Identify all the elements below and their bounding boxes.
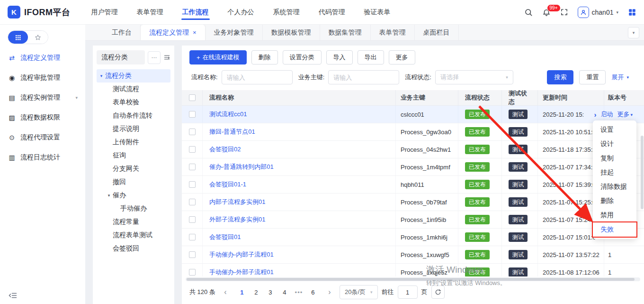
column-header[interactable]: 流程状态 bbox=[458, 90, 502, 105]
sidebar-collapse-icon[interactable] bbox=[9, 292, 17, 299]
context-menu-item[interactable]: 设计 bbox=[593, 137, 636, 151]
tree-node[interactable]: 表单校验 bbox=[97, 96, 170, 109]
row-more-button[interactable]: 更多▾ bbox=[617, 110, 633, 119]
process-name-link[interactable]: 会签驳回01-1 bbox=[209, 180, 246, 189]
search-icon[interactable] bbox=[524, 8, 533, 17]
tree-node[interactable]: 分支网关 bbox=[97, 162, 170, 175]
row-checkbox[interactable] bbox=[189, 164, 196, 170]
tab[interactable]: 桌面栏目 bbox=[415, 25, 459, 40]
row-checkbox[interactable] bbox=[189, 111, 196, 118]
row-checkbox[interactable] bbox=[189, 146, 196, 153]
process-name-link[interactable]: 会签驳回01 bbox=[209, 233, 241, 241]
process-name-link[interactable]: 会签驳回02 bbox=[209, 145, 241, 154]
process-name-link[interactable]: 测试流程cc01 bbox=[209, 110, 247, 119]
context-menu-item[interactable]: 复制 bbox=[593, 151, 636, 166]
expand-filters-link[interactable]: 展开 ▾ bbox=[611, 73, 629, 82]
context-menu-item[interactable]: 失效 bbox=[593, 222, 636, 237]
process-name-link[interactable]: 内部子流程多实例01 bbox=[209, 198, 265, 206]
process-status-select[interactable]: 请选择 ▾ bbox=[435, 70, 513, 84]
create-process-button[interactable]: + 在线流程建模 bbox=[189, 50, 247, 64]
page-number[interactable]: 3 bbox=[264, 286, 277, 299]
collapse-tree-icon[interactable] bbox=[163, 54, 170, 61]
prev-page-icon[interactable]: ‹ bbox=[219, 286, 232, 299]
tree-caret-icon[interactable]: ▾ bbox=[98, 74, 105, 78]
row-checkbox[interactable] bbox=[189, 234, 196, 240]
process-name-link[interactable]: 手动催办-内部子流程01 bbox=[209, 250, 274, 259]
topnav-item[interactable]: 个人办公 bbox=[218, 0, 264, 24]
toolbar-button[interactable]: 更多 bbox=[389, 50, 415, 64]
reset-button[interactable]: 重置 bbox=[579, 70, 606, 84]
apps-grid-icon[interactable] bbox=[628, 8, 636, 17]
tree-caret-icon[interactable]: ▾ bbox=[105, 193, 113, 198]
sidebar-item[interactable]: ⊙ 流程代理设置 ▾ bbox=[0, 128, 85, 147]
tree-node[interactable]: 撤回 bbox=[97, 175, 170, 189]
process-name-link[interactable]: 撤回-普通节点01 bbox=[209, 128, 255, 136]
user-menu[interactable]: chan01 ▾ bbox=[578, 7, 618, 18]
topnav-item[interactable]: 系统管理 bbox=[264, 0, 309, 24]
topnav-item[interactable]: 验证表单 bbox=[355, 0, 400, 24]
tree-node[interactable]: 流程表单测试 bbox=[97, 229, 170, 242]
tree-node[interactable]: 手动催办 bbox=[97, 202, 170, 215]
tab[interactable]: 表单管理 bbox=[371, 25, 415, 40]
row-checkbox[interactable] bbox=[189, 216, 196, 223]
context-menu-item[interactable]: 设置 bbox=[593, 123, 636, 137]
tree-node[interactable]: ▾ 催办 bbox=[97, 189, 170, 202]
category-more-button[interactable]: ··· bbox=[148, 51, 161, 64]
process-name-input[interactable] bbox=[222, 70, 293, 84]
toolbar-button[interactable]: 删除 bbox=[251, 50, 278, 64]
tree-node[interactable]: 自动条件流转 bbox=[97, 109, 170, 122]
grid-view-button[interactable] bbox=[8, 31, 28, 44]
context-menu-item[interactable]: 禁用 bbox=[593, 208, 636, 222]
context-menu-item[interactable]: 挂起 bbox=[593, 166, 636, 180]
horizontal-scrollbar[interactable] bbox=[186, 277, 640, 281]
tab-close-icon[interactable]: × bbox=[193, 29, 197, 36]
column-header[interactable]: 测试状态 bbox=[502, 90, 538, 105]
page-number[interactable]: ••• bbox=[292, 286, 305, 299]
tree-node[interactable]: 测试流程 bbox=[97, 83, 170, 96]
process-name-link[interactable]: 催办-普通跳转到内部01 bbox=[209, 163, 274, 171]
tree-node[interactable]: 流程常量 bbox=[97, 215, 170, 229]
context-menu-item[interactable]: 删除 bbox=[593, 194, 636, 208]
sidebar-item[interactable]: ▥ 流程日志统计 ▾ bbox=[0, 147, 85, 167]
tree-node[interactable]: 征询 bbox=[97, 149, 170, 162]
sidebar-item[interactable]: ▤ 流程实例管理 ▾ bbox=[0, 88, 85, 108]
next-page-icon[interactable]: › bbox=[323, 286, 336, 299]
process-name-link[interactable]: 手动催办-外部子流程01 bbox=[209, 268, 274, 276]
tab[interactable]: 工作台 bbox=[103, 25, 141, 40]
row-checkbox[interactable] bbox=[189, 129, 196, 135]
tab[interactable]: 流程定义管理 × bbox=[141, 25, 206, 40]
select-all-checkbox[interactable] bbox=[189, 94, 196, 101]
toolbar-button[interactable]: 设置分类 bbox=[283, 50, 322, 64]
topnav-item[interactable]: 工作流程 bbox=[173, 0, 218, 24]
tab[interactable]: 数据模板管理 bbox=[263, 25, 320, 40]
expand-row-icon[interactable]: › bbox=[594, 111, 596, 119]
column-header[interactable]: 更新时间 bbox=[538, 90, 604, 105]
vertical-scrollbar[interactable] bbox=[641, 136, 644, 209]
process-name-link[interactable]: 外部子流程多实例01 bbox=[209, 215, 265, 224]
row-checkbox[interactable] bbox=[189, 199, 196, 205]
toolbar-button[interactable]: 导入 bbox=[326, 50, 353, 64]
page-number[interactable]: 6 bbox=[306, 286, 320, 299]
sidebar-item[interactable]: ⇄ 流程定义管理 ▾ bbox=[0, 48, 85, 68]
topnav-item[interactable]: 用户管理 bbox=[82, 0, 127, 24]
sidebar-item[interactable]: ▨ 流程数据权限 ▾ bbox=[0, 108, 85, 128]
topnav-item[interactable]: 表单管理 bbox=[127, 0, 173, 24]
tab[interactable]: 业务对象管理 bbox=[206, 25, 263, 40]
notifications-bell-icon[interactable]: 99+ bbox=[542, 8, 551, 17]
tree-node[interactable]: 提示说明 bbox=[97, 122, 170, 136]
row-checkbox[interactable] bbox=[189, 251, 196, 258]
page-number[interactable]: 1 bbox=[235, 286, 249, 299]
tab-overflow-button[interactable]: ▾ bbox=[628, 27, 639, 38]
column-header[interactable]: 流程名称 bbox=[203, 90, 396, 105]
column-header[interactable]: 版本号 bbox=[604, 90, 644, 105]
sidebar-item[interactable]: ◉ 流程审批管理 ▾ bbox=[0, 68, 85, 88]
page-size-select[interactable]: 20条/页 ▾ bbox=[340, 285, 378, 299]
fullscreen-icon[interactable] bbox=[560, 8, 568, 16]
page-number[interactable]: 2 bbox=[250, 286, 263, 299]
goto-page-input[interactable] bbox=[398, 286, 418, 299]
row-checkbox[interactable] bbox=[189, 181, 196, 188]
tab[interactable]: 数据集管理 bbox=[320, 25, 371, 40]
business-key-input[interactable] bbox=[328, 70, 399, 84]
toolbar-button[interactable]: 导出 bbox=[358, 50, 384, 64]
favorite-star-button[interactable] bbox=[28, 31, 48, 44]
